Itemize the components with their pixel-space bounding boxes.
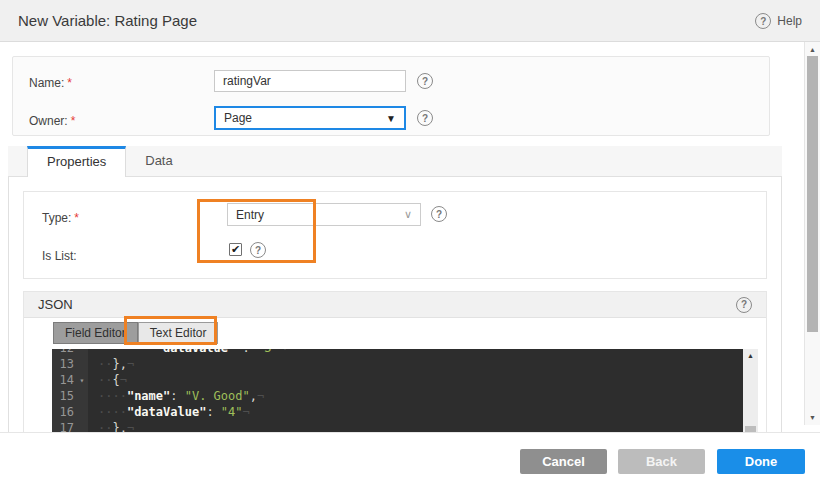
field-editor-button[interactable]: Field Editor: [53, 322, 138, 344]
editor-mode-toggle: Field Editor Text Editor: [53, 322, 218, 344]
done-button[interactable]: Done: [717, 449, 805, 474]
owner-help-icon[interactable]: ?: [417, 110, 433, 126]
code-line[interactable]: ··},¬: [98, 356, 743, 372]
code-line[interactable]: ··{¬: [98, 372, 743, 388]
code-line[interactable]: ····"name": "V. Good",¬: [98, 388, 743, 404]
editor-scrollbar[interactable]: ▲: [743, 349, 758, 432]
dialog-header: New Variable: Rating Page ? Help: [0, 0, 820, 42]
json-panel: JSON ? Field Editor Text Editor 121314▾1…: [23, 291, 767, 432]
json-help-icon[interactable]: ?: [736, 297, 752, 313]
gutter-line: 12: [52, 349, 88, 356]
type-help-icon[interactable]: ?: [431, 206, 447, 222]
text-editor-button[interactable]: Text Editor: [138, 322, 219, 344]
code-line[interactable]: ··},¬: [98, 420, 743, 432]
gutter-line: 17: [52, 420, 88, 432]
is-list-help-icon[interactable]: ?: [250, 242, 266, 258]
name-label: Name:: [29, 76, 64, 90]
back-button[interactable]: Back: [618, 449, 705, 474]
help-button[interactable]: ? Help: [755, 0, 802, 42]
json-code-editor[interactable]: 121314▾151617 ········"dataValue" : "3"¬…: [52, 349, 758, 432]
owner-required-marker: *: [71, 114, 76, 128]
type-required-marker: *: [74, 211, 79, 225]
gutter-line: 15: [52, 388, 88, 404]
dialog-footer: Cancel Back Done: [0, 432, 820, 488]
help-label: Help: [777, 14, 802, 28]
page-title: New Variable: Rating Page: [18, 12, 197, 29]
scroll-down-icon[interactable]: ▼: [805, 414, 820, 421]
fold-arrow-icon[interactable]: ▾: [76, 376, 88, 385]
cancel-button[interactable]: Cancel: [520, 449, 607, 474]
gutter-line: 13: [52, 356, 88, 372]
properties-tab-panel: Type:* Entry ∨ ? Is List: ✔ ? JSON ? Fie…: [8, 176, 782, 432]
json-panel-header: JSON ?: [24, 292, 766, 318]
type-select-value: Entry: [236, 208, 264, 222]
tab-properties[interactable]: Properties: [27, 146, 126, 177]
type-select[interactable]: Entry ∨: [227, 203, 421, 226]
type-islist-panel: Type:* Entry ∨ ? Is List: ✔ ?: [23, 191, 767, 279]
gutter-line: 16: [52, 404, 88, 420]
code-line[interactable]: ····"dataValue": "4"¬: [98, 404, 743, 420]
code-line[interactable]: ········"dataValue" : "3"¬: [98, 349, 743, 356]
tab-bar: Properties Data: [8, 146, 782, 176]
json-title: JSON: [38, 297, 73, 312]
owner-select-value: Page: [224, 111, 252, 125]
editor-scroll-up-icon[interactable]: ▲: [743, 352, 758, 359]
tab-data[interactable]: Data: [126, 146, 191, 176]
help-question-icon: ?: [755, 13, 771, 29]
name-owner-panel: Name:* ? Owner:* Page ▼ ?: [12, 56, 770, 136]
gutter-line: 14▾: [52, 372, 88, 388]
is-list-label: Is List:: [42, 249, 77, 263]
editor-gutter: 121314▾151617: [52, 349, 88, 432]
main-scrollbar-thumb[interactable]: [807, 56, 818, 332]
main-scrollbar[interactable]: ▲ ▼: [804, 42, 820, 425]
name-required-marker: *: [67, 76, 72, 90]
checkmark-icon: ✔: [231, 244, 240, 255]
is-list-checkbox[interactable]: ✔: [229, 243, 242, 256]
dialog-body: Name:* ? Owner:* Page ▼ ? Properties Dat…: [0, 42, 820, 432]
editor-code[interactable]: ········"dataValue" : "3"¬··},¬··{¬····"…: [88, 349, 743, 432]
name-input[interactable]: [214, 70, 406, 92]
owner-label: Owner:: [29, 114, 68, 128]
name-help-icon[interactable]: ?: [417, 73, 433, 89]
type-label: Type:: [42, 211, 71, 225]
type-chevron-down-icon: ∨: [404, 208, 412, 221]
owner-select[interactable]: Page ▼: [214, 106, 406, 130]
owner-dropdown-arrow-icon: ▼: [386, 113, 396, 124]
scroll-up-icon[interactable]: ▲: [805, 46, 820, 53]
